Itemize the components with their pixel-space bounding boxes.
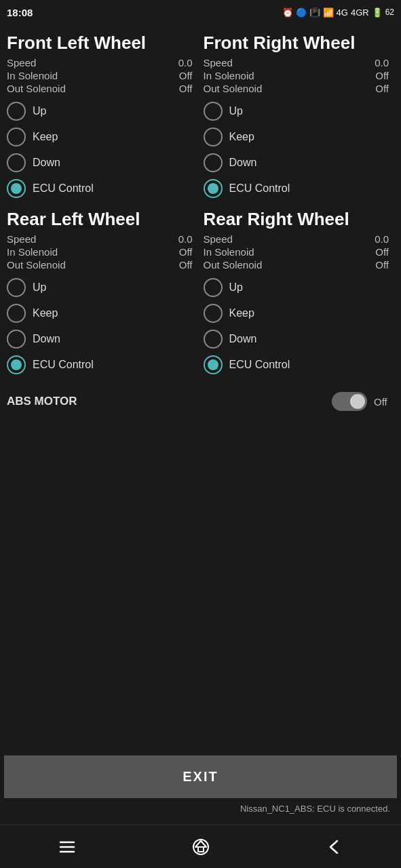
front-right-ecu-option[interactable]: ECU Control (204, 176, 395, 201)
nav-bar (0, 825, 401, 868)
rear-right-up-radio[interactable] (204, 278, 223, 297)
front-right-outsolenoid-row: Out Solenoid Off (204, 82, 395, 95)
rear-left-section: Rear Left Wheel Speed 0.0 In Solenoid Of… (4, 206, 201, 382)
abs-motor-row: ABS MOTOR Off (4, 385, 397, 418)
front-right-down-radio[interactable] (204, 153, 223, 172)
front-right-keep-option[interactable]: Keep (204, 125, 395, 149)
rear-right-ecu-option[interactable]: ECU Control (204, 353, 395, 377)
rear-left-title: Rear Left Wheel (7, 209, 198, 230)
rear-left-speed-value: 0.0 (178, 233, 193, 245)
rear-right-down-option[interactable]: Down (204, 327, 395, 351)
rear-right-radio-group: Up Keep Down ECU Control (204, 275, 395, 377)
time-display: 18:08 (7, 7, 33, 18)
rear-right-up-option[interactable]: Up (204, 275, 395, 300)
menu-icon (58, 837, 77, 856)
rear-right-speed-label: Speed (204, 233, 233, 245)
rear-right-down-label: Down (229, 333, 257, 345)
rear-right-outsolenoid-row: Out Solenoid Off (204, 258, 395, 271)
front-left-outsolenoid-row: Out Solenoid Off (7, 82, 198, 95)
rear-right-speed-row: Speed 0.0 (204, 233, 395, 245)
svg-marker-4 (195, 841, 206, 847)
rear-left-keep-option[interactable]: Keep (7, 301, 198, 326)
front-right-ecu-radio[interactable] (204, 179, 223, 198)
menu-button[interactable] (44, 832, 90, 862)
front-right-outsolenoid-value: Off (375, 83, 389, 94)
rear-left-ecu-radio[interactable] (7, 355, 26, 374)
rear-right-keep-radio[interactable] (204, 304, 223, 323)
rear-right-outsolenoid-label: Out Solenoid (204, 259, 263, 271)
connection-status: Nissan_NC1_ABS: ECU is connected. (4, 798, 397, 819)
front-right-speed-row: Speed 0.0 (204, 56, 395, 69)
rear-left-keep-radio[interactable] (7, 304, 26, 323)
front-right-outsolenoid-label: Out Solenoid (204, 83, 263, 94)
front-left-up-radio[interactable] (7, 102, 26, 121)
front-right-insolenoid-label: In Solenoid (204, 70, 254, 81)
front-right-up-label: Up (229, 105, 243, 117)
rear-left-insolenoid-value: Off (179, 246, 193, 258)
rear-left-speed-label: Speed (7, 233, 36, 245)
rear-left-ecu-option[interactable]: ECU Control (7, 353, 198, 377)
rear-right-insolenoid-row: In Solenoid Off (204, 245, 395, 258)
bottom-area: EXIT Nissan_NC1_ABS: ECU is connected. (4, 755, 397, 819)
back-button[interactable] (311, 832, 358, 862)
front-left-keep-option[interactable]: Keep (7, 125, 198, 149)
rear-right-speed-value: 0.0 (375, 233, 389, 245)
front-left-ecu-label: ECU Control (33, 182, 94, 195)
rear-left-outsolenoid-value: Off (179, 259, 193, 271)
rear-right-section: Rear Right Wheel Speed 0.0 In Solenoid O… (201, 206, 398, 382)
rear-left-down-option[interactable]: Down (7, 327, 198, 351)
main-content: Front Left Wheel Speed 0.0 In Solenoid O… (0, 24, 401, 825)
front-left-up-label: Up (33, 105, 46, 117)
front-right-keep-label: Keep (229, 131, 254, 143)
battery-icon: 🔋 (372, 7, 383, 18)
front-left-outsolenoid-value: Off (179, 83, 193, 94)
rear-left-speed-row: Speed 0.0 (7, 233, 198, 245)
rear-right-down-radio[interactable] (204, 330, 223, 349)
front-right-up-option[interactable]: Up (204, 99, 395, 123)
rear-right-keep-option[interactable]: Keep (204, 301, 395, 326)
front-left-outsolenoid-label: Out Solenoid (7, 83, 66, 94)
front-left-down-label: Down (33, 157, 60, 169)
rear-right-outsolenoid-value: Off (375, 259, 389, 271)
front-right-up-radio[interactable] (204, 102, 223, 121)
front-left-speed-label: Speed (7, 57, 36, 68)
front-right-down-label: Down (229, 157, 257, 169)
front-left-down-radio[interactable] (7, 153, 26, 172)
abs-motor-label: ABS MOTOR (7, 395, 332, 408)
front-left-ecu-radio[interactable] (7, 179, 26, 198)
abs-motor-toggle[interactable] (332, 392, 367, 411)
rear-left-down-radio[interactable] (7, 330, 26, 349)
front-left-insolenoid-value: Off (179, 70, 193, 81)
front-right-insolenoid-row: In Solenoid Off (204, 69, 395, 82)
front-right-speed-value: 0.0 (375, 57, 389, 68)
rear-left-down-label: Down (33, 333, 60, 345)
rear-left-up-option[interactable]: Up (7, 275, 198, 300)
front-left-keep-label: Keep (33, 131, 58, 143)
status-bar: 18:08 ⏰ 🔵 📳 📶 4G 4GR 🔋 62 (0, 0, 401, 24)
wheel-grid: Front Left Wheel Speed 0.0 In Solenoid O… (4, 30, 397, 382)
front-right-down-option[interactable]: Down (204, 151, 395, 175)
front-left-up-option[interactable]: Up (7, 99, 198, 123)
alarm-icon: ⏰ (282, 7, 293, 18)
wifi-icon: 📶 (323, 7, 334, 18)
rear-left-up-radio[interactable] (7, 278, 26, 297)
rear-left-up-label: Up (33, 281, 46, 294)
home-button[interactable] (178, 832, 224, 862)
front-left-speed-value: 0.0 (178, 57, 193, 68)
front-left-keep-radio[interactable] (7, 127, 26, 146)
front-left-insolenoid-row: In Solenoid Off (7, 69, 198, 82)
exit-button[interactable]: EXIT (4, 755, 397, 798)
front-right-insolenoid-value: Off (375, 70, 389, 81)
rear-right-ecu-radio[interactable] (204, 355, 223, 374)
front-right-keep-radio[interactable] (204, 127, 223, 146)
status-icons: ⏰ 🔵 📳 📶 4G 4GR 🔋 62 (282, 7, 394, 18)
front-left-down-option[interactable]: Down (7, 151, 198, 175)
front-left-ecu-option[interactable]: ECU Control (7, 176, 198, 201)
front-right-ecu-label: ECU Control (229, 182, 290, 195)
rear-right-insolenoid-value: Off (375, 246, 389, 258)
battery-level: 62 (385, 7, 394, 17)
rear-right-title: Rear Right Wheel (204, 209, 395, 230)
rear-left-insolenoid-label: In Solenoid (7, 246, 58, 258)
rear-right-insolenoid-label: In Solenoid (204, 246, 254, 258)
vibrate-icon: 📳 (309, 7, 320, 18)
